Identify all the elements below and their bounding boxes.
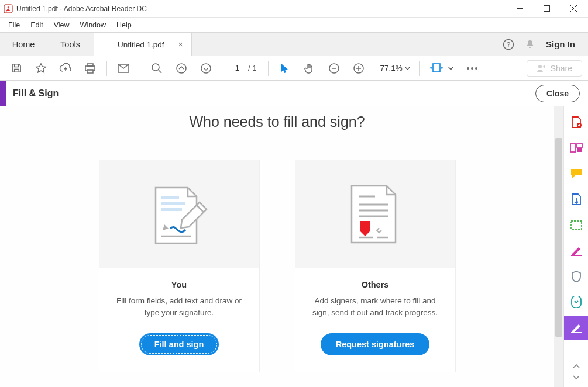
tab-document-label: Untitled 1.pdf: [118, 40, 164, 49]
menu-window[interactable]: Window: [75, 19, 111, 32]
menu-file[interactable]: File: [4, 19, 25, 32]
minimize-button[interactable]: [506, 0, 533, 18]
rail-combine-icon[interactable]: [564, 136, 589, 160]
menu-edit[interactable]: Edit: [26, 19, 48, 32]
signin-button[interactable]: Sign In: [546, 39, 575, 49]
zoom-out-icon[interactable]: [324, 58, 345, 79]
svg-rect-29: [161, 208, 182, 211]
print-icon[interactable]: [80, 58, 101, 79]
bell-icon[interactable]: [525, 39, 535, 50]
fill-sign-banner: Fill & Sign Close: [0, 81, 588, 106]
svg-point-21: [467, 67, 469, 70]
vertical-scrollbar[interactable]: [554, 106, 563, 387]
close-fill-sign-button[interactable]: Close: [535, 85, 580, 102]
page-heading: Who needs to fill and sign?: [0, 113, 554, 130]
card-others-title: Others: [362, 280, 389, 289]
svg-line-12: [159, 70, 161, 73]
svg-point-24: [538, 65, 542, 68]
window-titlebar: Untitled 1.pdf - Adobe Acrobat Reader DC: [0, 0, 588, 18]
tab-close-icon[interactable]: ×: [178, 40, 183, 49]
card-you-desc: Fill form fields, add text and draw or t…: [99, 289, 259, 318]
rail-create-pdf-icon[interactable]: [564, 110, 589, 134]
hand-icon[interactable]: [299, 58, 320, 79]
card-you: You Fill form fields, add text and draw …: [99, 160, 260, 372]
page-up-icon[interactable]: [171, 58, 192, 79]
fit-width-icon[interactable]: [426, 58, 447, 79]
page-total-label: / 1: [248, 64, 256, 72]
svg-point-22: [471, 67, 473, 70]
menu-view[interactable]: View: [49, 19, 74, 32]
rail-compress-icon[interactable]: [564, 290, 589, 315]
maximize-button[interactable]: [533, 0, 560, 18]
app-icon: [4, 4, 13, 13]
chevron-up-icon[interactable]: [573, 360, 580, 372]
share-button[interactable]: Share: [527, 60, 582, 77]
menu-help[interactable]: Help: [112, 19, 136, 32]
illustration-you: [99, 160, 259, 268]
share-person-icon: [537, 64, 546, 73]
window-title: Untitled 1.pdf - Adobe Acrobat Reader DC: [16, 5, 506, 13]
svg-rect-27: [161, 196, 179, 199]
main-area: Who needs to fill and sign?: [0, 106, 588, 387]
content-pane: Who needs to fill and sign?: [0, 106, 554, 387]
svg-rect-2: [544, 6, 549, 12]
rail-fill-sign-icon[interactable]: [564, 316, 589, 340]
card-you-title: You: [171, 280, 187, 289]
svg-rect-40: [570, 144, 576, 152]
right-tool-rail: [563, 106, 588, 387]
svg-point-23: [475, 67, 477, 70]
tab-tools[interactable]: Tools: [47, 33, 94, 56]
zoom-value: 77.1%: [380, 64, 402, 72]
rail-protect-icon[interactable]: [564, 264, 589, 289]
svg-text:?: ?: [507, 41, 510, 48]
menubar: File Edit View Window Help: [0, 18, 588, 33]
fill-sign-label: Fill & Sign: [13, 88, 59, 99]
svg-rect-41: [577, 144, 582, 147]
zoom-dropdown[interactable]: 77.1%: [373, 64, 413, 72]
svg-point-11: [152, 64, 159, 71]
save-icon[interactable]: [6, 58, 27, 79]
tab-home[interactable]: Home: [0, 33, 47, 56]
svg-rect-20: [433, 64, 440, 72]
tab-document[interactable]: Untitled 1.pdf ×: [94, 33, 192, 56]
svg-rect-9: [87, 70, 93, 73]
rail-comment-icon[interactable]: [564, 161, 589, 186]
rail-organize-icon[interactable]: [564, 213, 589, 237]
svg-point-14: [201, 64, 211, 73]
accent-bar: [0, 81, 6, 106]
mail-icon[interactable]: [113, 58, 134, 79]
svg-rect-42: [577, 148, 582, 152]
rail-edit-icon[interactable]: [564, 239, 589, 263]
main-toolbar: / 1 77.1% Share: [0, 56, 588, 81]
card-others-desc: Add signers, mark where to fill and sign…: [295, 289, 455, 318]
illustration-others: [295, 160, 455, 268]
help-icon[interactable]: ?: [503, 39, 514, 50]
svg-rect-43: [571, 221, 582, 229]
fill-and-sign-button[interactable]: Fill and sign: [139, 333, 219, 355]
tabs-bar: Home Tools Untitled 1.pdf × ? Sign In: [0, 33, 588, 56]
star-icon[interactable]: [30, 58, 51, 79]
page-down-icon[interactable]: [195, 58, 216, 79]
fit-dropdown-icon[interactable]: [448, 67, 453, 70]
pointer-icon[interactable]: [274, 58, 295, 79]
more-icon[interactable]: [462, 58, 483, 79]
rail-scroll-arrows[interactable]: [573, 360, 580, 387]
page-number-input[interactable]: [223, 63, 241, 74]
scroll-thumb[interactable]: [555, 138, 562, 337]
rail-export-icon[interactable]: [564, 187, 589, 212]
chevron-down-icon: [405, 67, 410, 70]
chevron-down-icon[interactable]: [573, 372, 580, 383]
cloud-upload-icon[interactable]: [55, 58, 76, 79]
card-others: Others Add signers, mark where to fill a…: [295, 160, 456, 372]
share-label: Share: [551, 64, 572, 73]
request-signatures-button[interactable]: Request signatures: [321, 333, 430, 355]
zoom-in-icon[interactable]: [348, 58, 369, 79]
search-icon[interactable]: [146, 58, 167, 79]
close-window-button[interactable]: [560, 0, 587, 18]
svg-rect-28: [161, 202, 185, 205]
svg-point-13: [177, 64, 186, 73]
